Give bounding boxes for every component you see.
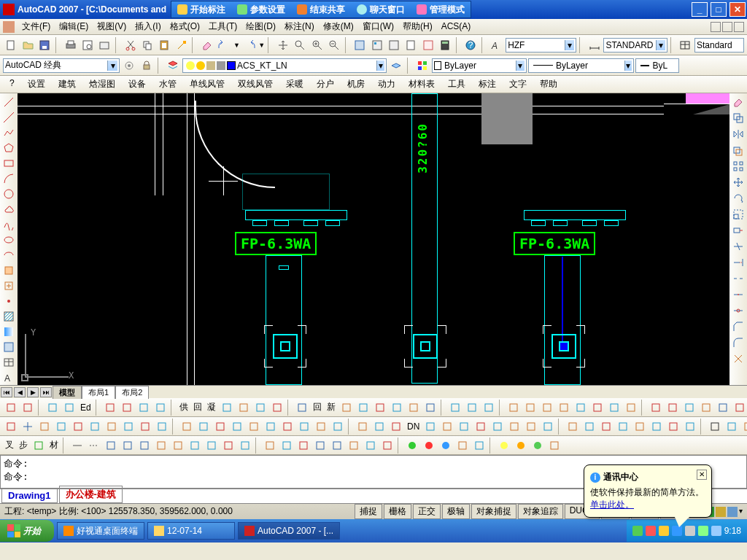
tablestyle-icon[interactable] — [678, 37, 693, 53]
ao[interactable] — [724, 419, 740, 435]
b[interactable] — [69, 438, 85, 454]
share-end[interactable]: 结束共享 — [291, 4, 351, 16]
zoom-window-icon[interactable] — [309, 37, 325, 53]
rect-icon[interactable] — [1, 156, 16, 170]
aj[interactable] — [732, 400, 747, 416]
menu-item[interactable]: 标注(N) — [280, 20, 319, 33]
zoom-prev-icon[interactable] — [326, 37, 341, 53]
ag[interactable] — [581, 419, 597, 435]
share-admin[interactable]: 管理模式 — [411, 4, 471, 16]
close-button[interactable]: ✕ — [729, 2, 746, 17]
point-icon[interactable] — [1, 295, 16, 308]
f[interactable] — [119, 400, 135, 416]
f[interactable] — [136, 438, 152, 454]
g[interactable] — [153, 438, 169, 454]
y[interactable] — [439, 419, 455, 435]
layer-dropdown[interactable]: ▾ — [182, 58, 387, 73]
array-icon[interactable] — [731, 159, 746, 174]
clock[interactable]: 9:18 — [724, 526, 741, 536]
ai[interactable] — [715, 400, 731, 416]
tab-layout1[interactable]: 布局1 — [82, 386, 115, 399]
s[interactable] — [313, 419, 329, 435]
ellipsearc-icon[interactable] — [1, 248, 16, 262]
af[interactable] — [565, 419, 581, 435]
y[interactable] — [539, 400, 555, 416]
markup-icon[interactable] — [420, 37, 436, 53]
o[interactable] — [295, 438, 311, 454]
k[interactable] — [220, 438, 236, 454]
pan-icon[interactable] — [275, 37, 290, 53]
join-icon[interactable] — [731, 303, 746, 318]
i[interactable] — [219, 400, 235, 416]
menu2-item[interactable]: 工具 — [441, 77, 472, 92]
l[interactable] — [237, 438, 253, 454]
dc-icon[interactable] — [369, 37, 384, 53]
menu-item[interactable]: 插入(I) — [131, 20, 165, 33]
ac[interactable] — [606, 400, 622, 416]
redo-icon[interactable] — [241, 37, 257, 53]
tray-icon-4[interactable] — [672, 526, 682, 536]
sheet-icon[interactable] — [403, 37, 419, 53]
m[interactable] — [212, 419, 228, 435]
publish-icon[interactable] — [97, 37, 112, 53]
share-chat[interactable]: 聊天窗口 — [351, 4, 411, 16]
menu2-item[interactable]: 水管 — [152, 77, 183, 92]
m[interactable] — [262, 438, 278, 454]
a[interactable] — [31, 438, 47, 454]
rotate-icon[interactable] — [731, 191, 746, 206]
open-icon[interactable] — [20, 37, 35, 53]
aa[interactable] — [513, 438, 529, 454]
dimstyle-dropdown[interactable]: ▾ — [603, 38, 667, 52]
menu-item[interactable]: 视图(V) — [93, 20, 131, 33]
q[interactable] — [329, 438, 345, 454]
undo-icon[interactable] — [217, 37, 232, 53]
m[interactable] — [294, 400, 310, 416]
status-toggle[interactable]: 捕捉 — [355, 504, 382, 519]
polygon-icon[interactable] — [1, 141, 16, 155]
expand-icon[interactable]: ▾ — [739, 507, 743, 517]
gradient-icon[interactable] — [1, 325, 16, 339]
h[interactable] — [120, 419, 136, 435]
region-icon[interactable] — [1, 341, 16, 354]
g[interactable] — [136, 400, 152, 416]
taskbar-task[interactable]: 好视通桌面终端 — [57, 522, 144, 540]
t[interactable] — [330, 419, 346, 435]
mdi-min[interactable] — [711, 22, 721, 32]
revcloud-icon[interactable] — [1, 202, 16, 216]
k[interactable] — [252, 400, 268, 416]
balloon-close[interactable]: ✕ — [697, 470, 707, 480]
ah[interactable] — [698, 400, 714, 416]
e[interactable] — [120, 438, 136, 454]
tab-layout2[interactable]: 布局2 — [115, 386, 149, 399]
x[interactable] — [454, 438, 471, 454]
table-icon[interactable] — [1, 356, 16, 370]
p[interactable] — [263, 419, 279, 435]
help-icon[interactable]: ? — [463, 37, 479, 53]
af[interactable] — [665, 400, 681, 416]
menu-item[interactable]: 帮助(H) — [398, 20, 437, 33]
break-icon[interactable] — [731, 271, 746, 286]
hatch-icon[interactable] — [1, 310, 16, 324]
menu2-item[interactable]: ? — [3, 77, 21, 92]
ab[interactable] — [530, 438, 546, 454]
r[interactable] — [406, 400, 422, 416]
zoom-realtime-icon[interactable] — [292, 37, 307, 53]
workspace-dropdown[interactable]: ▾ — [3, 58, 120, 73]
q[interactable] — [389, 400, 405, 416]
menu-item[interactable]: 工具(T) — [204, 20, 241, 33]
doc-tab-1[interactable]: Drawing1 — [1, 488, 58, 503]
h[interactable] — [170, 438, 186, 454]
e[interactable] — [102, 400, 118, 416]
ad[interactable] — [623, 400, 639, 416]
chamfer-icon[interactable] — [731, 319, 746, 334]
tab-last[interactable]: ⏭ — [40, 387, 52, 397]
j[interactable] — [204, 438, 220, 454]
share-params[interactable]: 参数设置 — [231, 4, 291, 16]
paste-icon[interactable] — [157, 37, 172, 53]
h[interactable] — [152, 400, 169, 416]
mdi-restore[interactable] — [722, 22, 732, 32]
k[interactable] — [179, 419, 195, 435]
g[interactable] — [104, 419, 120, 435]
print-icon[interactable] — [63, 37, 78, 53]
menu-item[interactable]: 窗口(W) — [358, 20, 398, 33]
